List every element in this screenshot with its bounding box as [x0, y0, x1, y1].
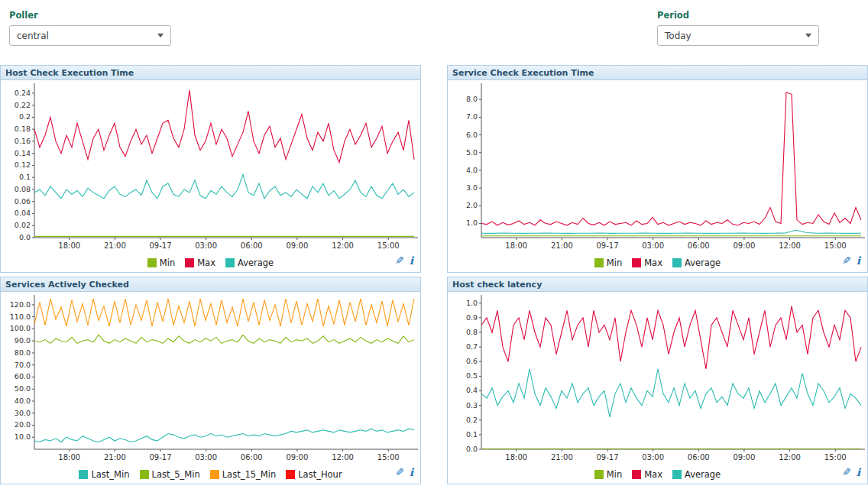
svg-text:0.04: 0.04 — [15, 209, 31, 217]
edit-graph-icon[interactable]: ✎ — [842, 466, 851, 478]
svg-text:30.0: 30.0 — [15, 409, 31, 417]
info-icon[interactable]: i — [410, 466, 413, 478]
panel-icons: ✎ i — [842, 466, 860, 478]
info-icon[interactable]: i — [857, 254, 860, 267]
svg-text:21:00: 21:00 — [104, 453, 126, 461]
svg-text:60.0: 60.0 — [15, 372, 31, 381]
legend-label: Min — [607, 469, 622, 480]
svg-text:12:00: 12:00 — [779, 453, 801, 461]
filter-bar: Poller central Period Today — [0, 0, 868, 65]
chart-host-check-latency: 0.00.10.20.30.40.50.60.70.80.91.018:0021… — [448, 292, 867, 465]
svg-text:21:00: 21:00 — [551, 241, 573, 250]
svg-text:0.0: 0.0 — [466, 445, 478, 453]
legend-label: Average — [685, 469, 721, 480]
legend-swatch — [632, 470, 641, 479]
svg-text:100.0: 100.0 — [10, 324, 31, 332]
svg-text:90.0: 90.0 — [15, 336, 31, 345]
svg-text:0.12: 0.12 — [15, 160, 31, 169]
svg-text:03:00: 03:00 — [642, 241, 664, 250]
legend-item: Average — [672, 257, 721, 268]
svg-text:21:00: 21:00 — [104, 241, 126, 250]
chevron-down-icon — [157, 34, 164, 37]
svg-text:1.0: 1.0 — [466, 299, 478, 307]
legend-swatch — [147, 258, 157, 267]
legend-item: Max — [632, 469, 662, 480]
panel-host-check-latency: Host check latency 0.00.10.20.30.40.50.6… — [447, 277, 868, 484]
edit-graph-icon[interactable]: ✎ — [395, 254, 404, 267]
svg-text:1.0: 1.0 — [466, 219, 478, 227]
svg-text:80.0: 80.0 — [15, 348, 31, 357]
legend-item: Last_5_Min — [140, 469, 200, 480]
svg-text:09-17: 09-17 — [596, 241, 618, 250]
info-icon[interactable]: i — [410, 254, 413, 267]
edit-graph-icon[interactable]: ✎ — [395, 466, 404, 478]
legend-item: Last_Min — [79, 469, 129, 480]
panel-title: Host Check Execution Time — [1, 66, 420, 80]
legend-swatch — [594, 258, 604, 267]
svg-text:0.0: 0.0 — [19, 233, 31, 241]
svg-text:09-17: 09-17 — [596, 453, 618, 461]
panel-icons: ✎ i — [395, 466, 413, 478]
svg-text:50.0: 50.0 — [15, 384, 31, 393]
svg-text:09:00: 09:00 — [734, 241, 756, 250]
period-select-value: Today — [665, 31, 691, 41]
legend-label: Max — [197, 257, 215, 268]
svg-text:0.02: 0.02 — [15, 221, 31, 229]
svg-text:09:00: 09:00 — [734, 453, 756, 461]
svg-text:110.0: 110.0 — [10, 313, 31, 321]
legend-item: Last_15_Min — [210, 469, 277, 480]
svg-text:20.0: 20.0 — [15, 420, 31, 429]
svg-text:0.2: 0.2 — [466, 416, 478, 424]
svg-text:5.0: 5.0 — [466, 148, 478, 157]
svg-text:06:00: 06:00 — [688, 241, 710, 250]
poller-select[interactable]: central — [9, 25, 171, 46]
edit-graph-icon[interactable]: ✎ — [842, 254, 851, 267]
panel-icons: ✎ i — [395, 254, 413, 267]
svg-text:10.0: 10.0 — [15, 432, 31, 441]
svg-text:0.9: 0.9 — [466, 313, 478, 322]
info-icon[interactable]: i — [857, 466, 860, 478]
svg-text:0.1: 0.1 — [466, 430, 478, 439]
panel-title: Host check latency — [448, 277, 867, 292]
legend-label: Max — [644, 257, 662, 268]
svg-text:0.14: 0.14 — [15, 149, 31, 157]
svg-text:2.0: 2.0 — [466, 201, 478, 209]
legend: Last_MinLast_5_MinLast_15_MinLast_Hour — [79, 469, 342, 480]
period-select[interactable]: Today — [657, 25, 819, 46]
panel-icons: ✎ i — [842, 254, 860, 267]
svg-text:15:00: 15:00 — [377, 453, 400, 461]
chart-host-check-execution-time: 0.00.020.040.060.080.10.120.140.160.180.… — [1, 80, 420, 254]
legend-label: Average — [685, 257, 721, 268]
svg-text:3.0: 3.0 — [466, 183, 478, 192]
legend-label: Last_Min — [91, 469, 129, 480]
chart-svg: 10.020.030.040.050.060.070.080.090.0100.… — [1, 292, 420, 465]
svg-text:06:00: 06:00 — [688, 453, 710, 461]
svg-text:09-17: 09-17 — [149, 241, 171, 250]
svg-text:40.0: 40.0 — [15, 397, 31, 405]
chart-service-check-execution-time: 1.02.03.04.05.06.07.08.018:0021:0009-170… — [448, 80, 867, 254]
svg-text:0.3: 0.3 — [466, 401, 478, 410]
legend-swatch — [210, 470, 219, 479]
svg-text:09-17: 09-17 — [149, 453, 171, 461]
poller-select-value: central — [17, 31, 49, 41]
legend-swatch — [632, 258, 641, 267]
legend-item: Max — [185, 257, 215, 268]
panel-title: Services Actively Checked — [1, 277, 420, 292]
svg-text:12:00: 12:00 — [332, 453, 354, 461]
legend-swatch — [140, 470, 149, 479]
svg-text:03:00: 03:00 — [195, 453, 217, 461]
panel-service-check-execution-time: Service Check Execution Time 1.02.03.04.… — [447, 65, 868, 273]
svg-text:0.8: 0.8 — [466, 328, 478, 336]
legend-label: Last_Hour — [298, 469, 342, 480]
panel-host-check-execution-time: Host Check Execution Time 0.00.020.040.0… — [0, 65, 421, 273]
svg-text:0.6: 0.6 — [466, 357, 478, 365]
chart-svg: 0.00.10.20.30.40.50.60.70.80.91.018:0021… — [448, 292, 867, 465]
panel-title: Service Check Execution Time — [448, 66, 867, 80]
svg-text:70.0: 70.0 — [15, 361, 31, 369]
chart-svg: 0.00.020.040.060.080.10.120.140.160.180.… — [1, 80, 420, 254]
legend-item: Min — [147, 257, 175, 268]
svg-text:8.0: 8.0 — [466, 95, 478, 103]
svg-text:0.4: 0.4 — [466, 386, 478, 394]
legend-swatch — [225, 258, 235, 267]
poller-label: Poller — [9, 10, 171, 21]
